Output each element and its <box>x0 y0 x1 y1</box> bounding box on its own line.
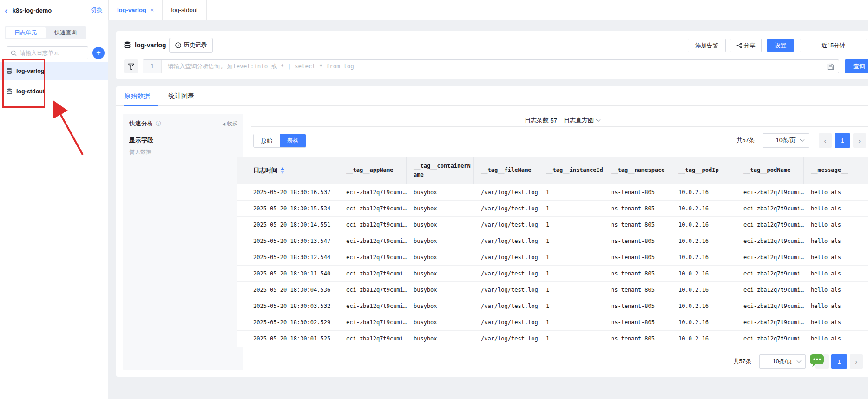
seg-tab-log-units[interactable]: 日志单元 <box>6 27 46 38</box>
table-cell: eci-zba12q7t9cumi… <box>339 184 407 200</box>
header-app-name[interactable]: __tag__appName <box>339 157 407 184</box>
app-root: ‹ k8s-log-demo 切换 log-varlog × log-stdou… <box>0 0 868 399</box>
tab-raw-data[interactable]: 原始数据 <box>124 92 150 100</box>
share-label: 分享 <box>744 42 756 50</box>
settings-label: 设置 <box>775 42 786 50</box>
filter-button[interactable] <box>124 59 138 73</box>
view-toggle: 原始 表格 <box>253 134 306 148</box>
page-size-select[interactable]: 10条/页 <box>759 354 806 369</box>
sort-icon[interactable] <box>281 167 284 174</box>
tab-log-varlog[interactable]: log-varlog × <box>109 0 163 20</box>
log-count-value: 57 <box>551 117 557 124</box>
table-row[interactable]: 2025-05-20 18:30:11.540eci-zba12q7t9cumi… <box>237 266 868 282</box>
table-row[interactable]: 2025-05-20 18:30:02.529eci-zba12q7t9cumi… <box>237 314 868 331</box>
table-cell: 10.0.2.16 <box>671 314 736 330</box>
table-cell: eci-zba12q7t9cumi… <box>736 314 804 330</box>
header-container-name[interactable]: __tag__containerName <box>407 157 474 184</box>
table-cell: hello als <box>804 233 868 249</box>
table-row[interactable]: 2025-05-20 18:30:13.547eci-zba12q7t9cumi… <box>237 233 868 249</box>
tab-statistics-chart[interactable]: 统计图表 <box>168 92 194 100</box>
table-cell: /var/log/test.log <box>474 201 539 216</box>
add-alarm-button[interactable]: 添加告警 <box>688 39 726 52</box>
table-cell: busybox <box>407 249 474 265</box>
table-cell: 10.0.2.16 <box>671 331 736 347</box>
table-row[interactable]: 2025-05-20 18:30:14.551eci-zba12q7t9cumi… <box>237 217 868 233</box>
table-row[interactable]: 2025-05-20 18:30:15.534eci-zba12q7t9cumi… <box>237 201 868 217</box>
page-size-select[interactable]: 10条/页 <box>763 133 809 148</box>
share-button[interactable]: 分享 <box>730 39 762 52</box>
display-fields-title: 显示字段 <box>129 136 153 144</box>
seg-tab-quick-query[interactable]: 快速查询 <box>46 27 85 38</box>
table-cell: busybox <box>407 233 474 249</box>
table-cell: ns-tenant-805 <box>604 233 671 249</box>
next-page-button[interactable]: › <box>850 354 863 369</box>
feedback-chat-icon[interactable] <box>809 353 825 367</box>
save-icon <box>827 63 834 70</box>
current-page[interactable]: 1 <box>831 354 847 369</box>
table-body: 2025-05-20 18:30:16.537eci-zba12q7t9cumi… <box>237 184 868 347</box>
table-row[interactable]: 2025-05-20 18:30:12.544eci-zba12q7t9cumi… <box>237 249 868 266</box>
header-pod-ip[interactable]: __tag__podIp <box>671 157 736 184</box>
sidebar-item-log-stdout[interactable]: log-stdout <box>0 83 108 100</box>
close-icon[interactable]: × <box>151 7 154 13</box>
table-cell: ns-tenant-805 <box>604 314 671 330</box>
query-input[interactable]: 1 请输入查询分析语句, 如level:info 或 * | select * … <box>143 59 839 73</box>
total-count: 共57条 <box>733 358 751 366</box>
add-log-unit-button[interactable]: + <box>92 47 105 59</box>
table-cell: ns-tenant-805 <box>604 266 671 281</box>
table-cell: busybox <box>407 201 474 216</box>
table-cell: 1 <box>539 314 604 330</box>
current-page[interactable]: 1 <box>835 133 850 148</box>
header-file-name[interactable]: __tag__fileName <box>474 157 539 184</box>
table-row[interactable]: 2025-05-20 18:30:01.525eci-zba12q7t9cumi… <box>237 331 868 347</box>
search-input[interactable]: 请输入日志单元 <box>7 46 88 59</box>
table-row[interactable]: 2025-05-20 18:30:04.536eci-zba12q7t9cumi… <box>237 282 868 298</box>
table-cell: eci-zba12q7t9cumi… <box>339 266 407 281</box>
table-cell: 10.0.2.16 <box>671 249 736 265</box>
table-cell: 2025-05-20 18:30:13.547 <box>237 233 339 249</box>
table-cell: busybox <box>407 314 474 330</box>
table-cell: busybox <box>407 266 474 281</box>
info-icon[interactable]: ⓘ <box>156 120 161 128</box>
settings-button[interactable]: 设置 <box>767 39 794 52</box>
table-cell: eci-zba12q7t9cumi… <box>339 201 407 216</box>
collapse-button[interactable]: ◀收起 <box>222 120 238 128</box>
table-cell: 10.0.2.16 <box>671 266 736 281</box>
sidebar-item-log-varlog[interactable]: log-varlog <box>0 62 108 80</box>
query-placeholder: 请输入查询分析语句, 如level:info 或 * | select * fr… <box>162 60 827 73</box>
table-cell: /var/log/test.log <box>474 217 539 233</box>
history-button[interactable]: 历史记录 <box>169 38 213 53</box>
header-pod-name[interactable]: __tag__podName <box>736 157 804 184</box>
header-namespace[interactable]: __tag__namespace <box>604 157 671 184</box>
page-size-value: 10条/页 <box>776 137 796 144</box>
next-page-button[interactable]: › <box>853 133 866 148</box>
save-query-button[interactable] <box>827 60 839 73</box>
table-cell: 1 <box>539 298 604 314</box>
back-chevron-icon[interactable]: ‹ <box>5 6 8 15</box>
histogram-toggle[interactable]: 日志直方图 <box>564 116 600 124</box>
search-submit-button[interactable]: 查询 <box>845 59 868 73</box>
table-cell: hello als <box>804 282 868 298</box>
header-message[interactable]: __message__ <box>804 157 868 184</box>
table-row[interactable]: 2025-05-20 18:30:03.532eci-zba12q7t9cumi… <box>237 298 868 314</box>
header-instance-id[interactable]: __tag__instanceId <box>539 157 604 184</box>
switch-project-link[interactable]: 切换 <box>91 6 103 14</box>
share-icon <box>736 43 742 48</box>
table-cell: 1 <box>539 331 604 347</box>
time-range-button[interactable]: 近15分钟 <box>800 39 867 52</box>
table-cell: 10.0.2.16 <box>671 184 736 200</box>
log-unit-label: log-stdout <box>16 88 45 95</box>
tab-log-stdout[interactable]: log-stdout <box>163 0 206 20</box>
table-row[interactable]: 2025-05-20 18:30:16.537eci-zba12q7t9cumi… <box>237 184 868 201</box>
table-cell: busybox <box>407 217 474 233</box>
prev-page-button[interactable]: ‹ <box>815 354 829 369</box>
project-header: ‹ k8s-log-demo 切换 <box>0 0 108 20</box>
table-cell: 1 <box>539 266 604 281</box>
table-cell: busybox <box>407 331 474 347</box>
table-cell: 1 <box>539 233 604 249</box>
header-log-time[interactable]: 日志时间 <box>237 157 339 184</box>
table-cell: busybox <box>407 282 474 298</box>
prev-page-button[interactable]: ‹ <box>819 133 832 148</box>
toggle-table[interactable]: 表格 <box>280 134 306 147</box>
toggle-raw[interactable]: 原始 <box>254 134 280 147</box>
